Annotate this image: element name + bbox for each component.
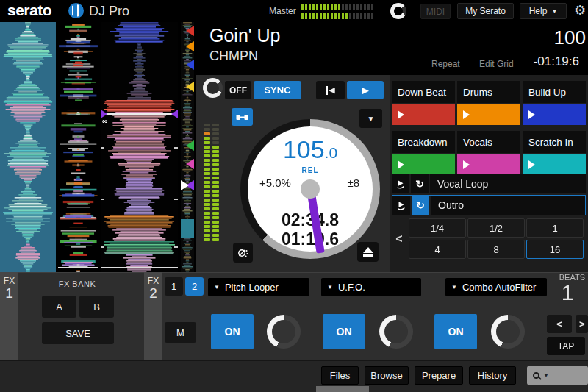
chevron-down-icon: ▼ [551,8,557,15]
sync-off-button[interactable]: OFF [225,81,251,99]
fx-slot-2-dropdown[interactable]: ▼ U.F.O. [321,278,421,296]
browse-button[interactable]: Browse [365,366,409,385]
fx-bank-a-button[interactable]: A [42,296,76,318]
reloop-icon-active[interactable]: ↻ [412,196,431,215]
loop-region-line [101,113,178,115]
play-button[interactable]: ▶ [347,81,384,99]
fx-3-on-button[interactable]: ON [434,314,477,349]
track-time-remaining: -01:19:6 [534,54,579,69]
files-button[interactable]: Files [321,366,359,385]
waveform-detail-column[interactable] [58,22,98,272]
fx-deck-2-tab-selected[interactable]: 2 [185,277,204,296]
cue-pad[interactable]: Drums [457,81,520,125]
prepare-button[interactable]: Prepare [415,366,463,385]
loop-size-button[interactable]: 8 [467,240,525,259]
waveform-overview-column[interactable] [0,22,56,272]
waveform-panel: ∞ [0,22,196,272]
cue-pad[interactable]: Down Beat [392,81,455,125]
pitch-value: +5.0% [259,177,291,189]
fx-bank-save-button[interactable]: SAVE [42,322,114,344]
search-icon [533,372,539,379]
loop-slot-name: Vocal Loop [430,178,488,190]
saved-loop-slot[interactable]: ↻ Vocal Loop [392,174,586,193]
my-serato-button[interactable]: My Serato [457,3,514,19]
keylock-button[interactable] [232,108,253,126]
beats-decrease-button[interactable]: < [547,315,572,333]
skip-bar-icon [326,86,328,95]
cue-marker-icon [186,159,194,169]
play-icon [398,160,404,169]
settings-gear-icon[interactable]: ⚙ [574,2,586,18]
filter-knob[interactable] [203,78,223,98]
fx-deck-1-tab[interactable]: 1 [165,277,183,296]
pitch-mode-label: REL [248,166,373,174]
fx-2-knob[interactable] [379,315,413,349]
play-icon [528,110,535,119]
cue-pad[interactable]: Vocals [457,131,520,175]
pitch-range: ±8 [347,177,359,189]
edit-grid-toggle[interactable]: Edit Grid [479,59,514,69]
loop-size-button[interactable]: 1/2 [467,218,525,238]
fx-slot-3-dropdown[interactable]: ▼ Combo AutoFilter [445,278,547,296]
chevron-down-icon: ▼ [327,284,333,291]
fx-bank-b-button[interactable]: B [79,296,114,318]
library-bar: Files Browse Prepare History ▼ [0,360,588,392]
tap-tempo-button[interactable]: TAP [547,337,585,355]
deck-bpm-dec: .0 [325,144,338,161]
fx-mode-m-button[interactable]: M [165,322,196,343]
dj-pro-logo: DJ Pro [89,4,129,19]
keylock-icon [236,113,248,121]
fx-2-on-button[interactable]: ON [323,314,365,349]
fx-unit-2-tab[interactable]: FX 2 [144,272,162,360]
play-icon [463,160,470,169]
loop-size-button[interactable]: 1/4 [409,218,466,238]
master-gain-knob[interactable] [390,3,406,19]
serato-disc-icon [68,3,84,18]
waveform-main-column[interactable] [101,22,178,272]
play-icon [528,160,535,169]
beats-value: 1 [553,280,582,305]
fx-3-knob[interactable] [491,315,525,349]
beats-increase-button[interactable]: > [576,315,588,333]
cue-pad[interactable]: Breakdown [392,131,455,175]
cue-marker-icon [186,26,194,36]
midi-button[interactable]: MIDI [420,4,451,19]
skip-to-start-button[interactable]: ◀ [316,81,345,99]
loop-marker-right-icon [171,110,178,118]
loop-play-icon[interactable] [392,196,412,215]
fx-unit-1-tab[interactable]: FX 1 [0,272,18,360]
platter[interactable]: 105.0 REL +5.0% ±8 02:34.8 01:19.6 [248,126,373,252]
repeat-toggle[interactable]: Repeat [431,59,460,69]
reloop-icon[interactable]: ↻ [411,174,430,193]
cue-marker-icon [186,60,194,70]
cue-pad[interactable]: Build Up [523,81,586,125]
skip-triangle-icon: ◀ [329,85,334,95]
fx-1-on-button[interactable]: ON [211,314,254,349]
top-bar: serato DJ Pro Master MIDI My Serato Help… [0,0,588,22]
master-level-meter [301,4,378,19]
loop-half-button[interactable]: < [392,218,406,259]
chevron-down-icon: ▼ [214,284,220,291]
playhead-icon [181,180,189,190]
play-icon [463,110,470,119]
fx-1-knob[interactable] [267,315,301,349]
loop-play-icon[interactable] [392,174,411,193]
track-bpm: 100 [554,26,586,49]
loop-symbol-icon: ∞ [102,117,107,125]
sync-button[interactable]: SYNC [254,81,301,99]
track-title: Goin' Up [209,25,280,46]
fx-slot-1-dropdown[interactable]: ▼ Pitch Looper [208,278,309,296]
help-button[interactable]: Help ▼ [520,3,567,19]
loop-size-button-selected[interactable]: 16 [526,240,584,259]
history-button[interactable]: History [469,366,516,385]
cue-marker-icon [186,140,194,151]
chevron-down-icon: ▼ [543,372,549,379]
loop-size-button[interactable]: 4 [409,240,466,259]
cue-marker-icon [186,41,194,51]
saved-loop-slot-active[interactable]: ↻ Outro [392,195,586,215]
library-search-input[interactable]: ▼ [527,366,588,385]
fx-bank-title: FX BANK [39,279,115,288]
cue-pad[interactable]: Scratch In [523,131,586,175]
deck-menu-button[interactable]: ▼ [359,109,382,128]
loop-size-button[interactable]: 1 [526,218,584,238]
